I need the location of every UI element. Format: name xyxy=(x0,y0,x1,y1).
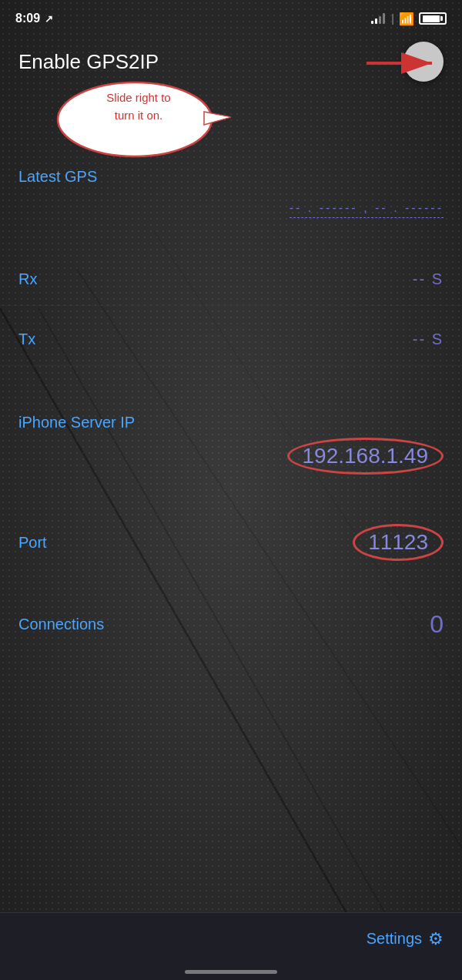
status-time: 8:09 ↗ xyxy=(15,12,53,25)
gps-label: Latest GPS xyxy=(18,168,97,186)
location-arrow-icon: ↗ xyxy=(45,13,53,25)
port-value-container: 11123 xyxy=(353,524,444,561)
status-bar: 8:09 ↗ | 📶 xyxy=(0,0,462,34)
connections-value: 0 xyxy=(430,610,444,639)
home-indicator xyxy=(185,970,277,974)
battery-icon xyxy=(419,12,447,25)
app-title: Enable GPS2IP xyxy=(18,50,159,74)
rx-label: Rx xyxy=(18,270,37,288)
callout-container: Slide right toturn it on. xyxy=(54,77,231,165)
server-ip-label: iPhone Server IP xyxy=(18,414,135,431)
tx-section: Tx -- S xyxy=(0,314,462,366)
tx-label: Tx xyxy=(18,331,35,348)
tx-value: -- S xyxy=(413,331,444,348)
wifi-icon: 📶 xyxy=(399,12,414,26)
ip-value-container: 192.168.1.49 xyxy=(287,438,444,475)
connections-label: Connections xyxy=(18,616,104,633)
phone-background: 8:09 ↗ | 📶 Enable GPS2IP xyxy=(0,0,462,980)
toggle-switch[interactable] xyxy=(403,42,444,82)
ip-value: 192.168.1.49 xyxy=(287,438,444,475)
port-section: Port 11123 xyxy=(0,507,462,578)
gps-dashed-value: -- . ------ , -- . ------ xyxy=(290,201,444,218)
rx-section: Rx -- S xyxy=(0,253,462,306)
callout-text-container: Slide right toturn it on. xyxy=(69,89,208,124)
callout-text: Slide right toturn it on. xyxy=(106,91,170,122)
status-icons: | 📶 xyxy=(371,12,447,26)
settings-label: Settings xyxy=(367,930,422,948)
settings-button[interactable]: Settings ⚙ xyxy=(367,929,444,949)
port-value: 11123 xyxy=(353,524,444,561)
port-label: Port xyxy=(18,534,47,552)
signal-slash-icon: | xyxy=(391,12,394,25)
rx-value: -- S xyxy=(413,270,444,288)
signal-strength-icon xyxy=(371,13,385,24)
server-ip-section: iPhone Server IP 192.168.1.49 xyxy=(0,397,462,492)
connections-section: Connections 0 xyxy=(0,593,462,656)
gps-section: Latest GPS -- . ------ , -- . ------ xyxy=(0,156,462,230)
gear-icon: ⚙ xyxy=(428,929,444,949)
